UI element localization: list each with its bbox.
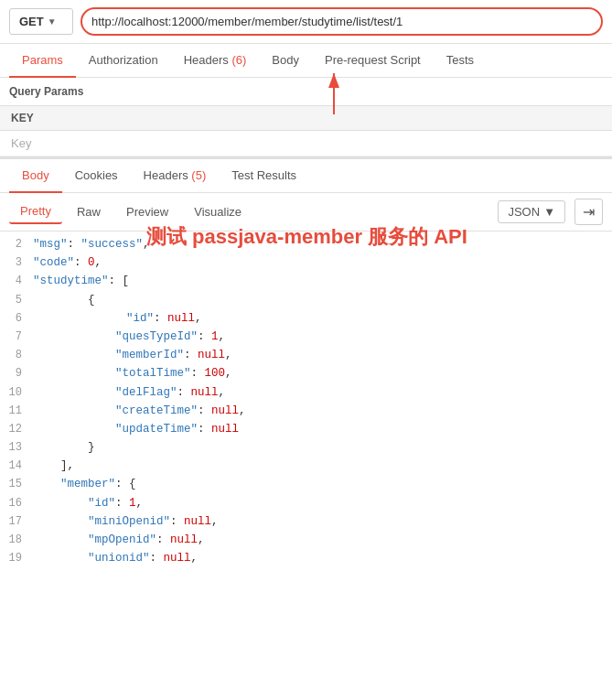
code-view: 2 "msg": "success", 3 "code": 0, 4 "stud…: [0, 232, 612, 571]
code-line-8: 8 "memberId": null,: [0, 346, 612, 364]
tab-test-results[interactable]: Test Results: [219, 159, 309, 193]
dropdown-chevron-icon: ▼: [543, 205, 555, 219]
code-line-13: 13 }: [0, 438, 612, 457]
json-format-dropdown[interactable]: JSON ▼: [498, 200, 565, 223]
code-line-16: 16 "id": 1,: [0, 494, 612, 512]
wrap-icon: ⇥: [583, 204, 595, 220]
code-line-19: 19 "unionid": null,: [0, 549, 612, 567]
code-line-4: 4 "studytime": [: [0, 272, 612, 290]
tab-headers-response[interactable]: Headers (5): [131, 159, 220, 193]
bottom-tab-bar: Body Cookies Headers (5) Test Results: [0, 159, 612, 193]
code-line-17: 17 "miniOpenid": null,: [0, 512, 612, 531]
code-line-18: 18 "mpOpenid": null,: [0, 531, 612, 549]
chevron-down-icon: ▼: [48, 16, 57, 27]
tab-cookies[interactable]: Cookies: [62, 159, 131, 193]
code-line-9: 9 "totalTime": 100,: [0, 364, 612, 382]
value-column-header: [183, 106, 612, 131]
key-column-header: KEY: [0, 106, 183, 131]
code-line-6: 6 "id": null,: [0, 309, 612, 328]
url-input-wrapper: [81, 7, 603, 36]
code-line-2: 2 "msg": "success",: [0, 235, 612, 253]
url-input[interactable]: [81, 7, 603, 36]
key-input-cell[interactable]: Key: [0, 131, 183, 156]
format-bar: Pretty Raw Preview Visualize JSON ▼ ⇥: [0, 193, 612, 232]
tab-body[interactable]: Body: [259, 44, 312, 78]
table-row: Key: [0, 131, 612, 156]
pretty-button[interactable]: Pretty: [9, 199, 62, 224]
json-label: JSON: [508, 205, 540, 219]
raw-button[interactable]: Raw: [66, 200, 112, 223]
url-bar: GET ▼: [0, 0, 612, 44]
method-label: GET: [19, 15, 44, 28]
code-line-7: 7 "quesTypeId": 1,: [0, 328, 612, 346]
code-line-14: 14 ],: [0, 457, 612, 475]
tab-authorization[interactable]: Authorization: [76, 44, 171, 78]
tab-tests[interactable]: Tests: [434, 44, 487, 78]
method-dropdown[interactable]: GET ▼: [9, 8, 73, 35]
code-line-5: 5 {: [0, 291, 612, 309]
value-input-cell[interactable]: [183, 131, 612, 156]
code-line-3: 3 "code": 0,: [0, 253, 612, 272]
tab-params[interactable]: Params: [9, 44, 76, 78]
tab-headers[interactable]: Headers (6): [171, 44, 260, 78]
visualize-button[interactable]: Visualize: [183, 200, 252, 223]
code-line-15: 15 "member": {: [0, 475, 612, 493]
tab-body-response[interactable]: Body: [9, 159, 62, 193]
code-line-11: 11 "createTime": null,: [0, 402, 612, 420]
preview-button[interactable]: Preview: [115, 200, 179, 223]
wrap-button[interactable]: ⇥: [574, 199, 603, 225]
key-placeholder: Key: [11, 136, 31, 150]
response-section: Body Cookies Headers (5) Test Results Pr…: [0, 156, 612, 571]
code-line-10: 10 "delFlag": null,: [0, 383, 612, 402]
code-line-12: 12 "updateTime": null: [0, 420, 612, 438]
